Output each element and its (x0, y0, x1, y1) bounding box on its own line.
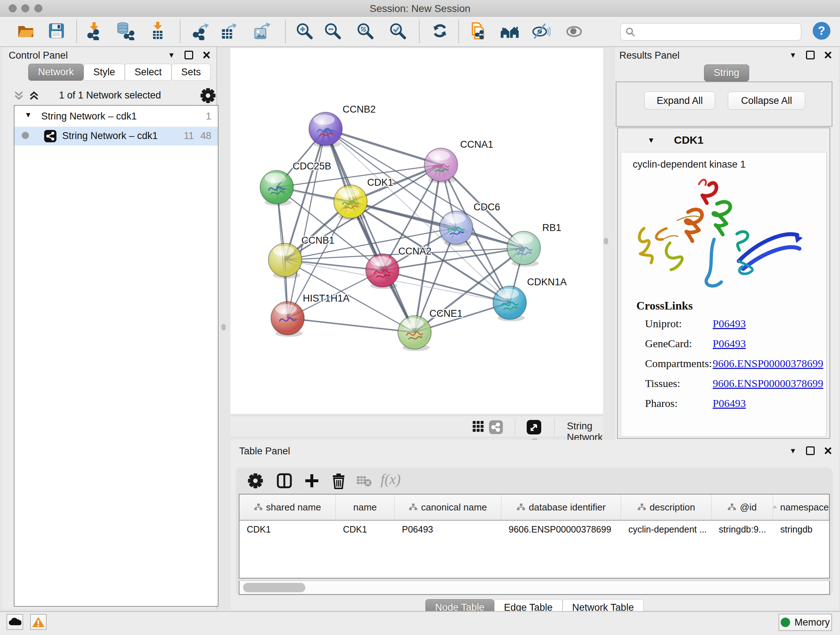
crosslink-row: Compartments:9606.ENSP00000378699 (621, 352, 826, 372)
zoom-fit-button[interactable] (355, 21, 374, 42)
crosslink-link[interactable]: 9606.ENSP00000378699 (713, 357, 823, 370)
results-panel-float-icon[interactable] (806, 51, 815, 59)
table-panel-menu-icon[interactable]: ▼ (789, 447, 797, 454)
node-CDC25B[interactable] (260, 171, 294, 206)
tab-string[interactable]: String (704, 65, 749, 81)
network-current-dot (22, 132, 29, 139)
warning-button[interactable] (30, 614, 47, 630)
node-layer (260, 112, 540, 351)
export-network-button[interactable] (191, 21, 211, 42)
svg-text:?: ? (818, 24, 825, 37)
cloud-button[interactable] (6, 614, 23, 630)
memory-button[interactable]: Memory (778, 614, 832, 631)
show-columns-icon[interactable] (276, 472, 293, 491)
save-session-button[interactable] (47, 21, 66, 42)
collection-label: String Network – cdk1 (41, 111, 137, 122)
tab-sets[interactable]: Sets (172, 64, 210, 81)
search-input[interactable] (639, 24, 798, 40)
add-column-icon[interactable] (303, 472, 321, 491)
tab-network[interactable]: Network (28, 64, 84, 81)
open-session-button[interactable] (16, 21, 35, 42)
network-tree: ▼ String Network – cdk1 1 String Network… (14, 105, 218, 607)
control-panel-close-icon[interactable]: × (202, 51, 210, 59)
results-panel-close-icon[interactable]: × (824, 51, 832, 59)
crosslink-link[interactable]: P06493 (713, 397, 746, 409)
open-in-window-icon[interactable] (526, 420, 542, 436)
control-panel-float-icon[interactable] (185, 51, 193, 59)
node-CDKN1A[interactable] (493, 286, 526, 321)
toolbar-separator (180, 20, 180, 43)
column-header-database-identifier[interactable]: database identifier (501, 494, 621, 520)
delete-table-icon (356, 474, 372, 489)
import-table-button[interactable] (148, 21, 167, 42)
results-panel: Results Panel ▼ × String Expand All Coll… (615, 47, 838, 443)
right-splitter-handle[interactable] (604, 238, 608, 244)
node-CCNA1[interactable] (424, 148, 458, 184)
edge-HIST1H1A-CCNE1 (287, 318, 415, 333)
crosslink-link[interactable]: P06493 (713, 337, 746, 350)
delete-column-icon[interactable] (331, 472, 347, 491)
protein-description: cyclin-dependent kinase 1 (633, 159, 745, 170)
column-header-namespace[interactable]: namespace (773, 494, 829, 520)
tab-select[interactable]: Select (125, 64, 172, 81)
export-table-button[interactable] (219, 21, 239, 42)
column-header-canonical-name[interactable]: canonical name (395, 494, 501, 520)
network-view-toolbar: String Network – cdk1 1 - 0 0 - 0 (231, 416, 603, 437)
tree-expand-icon[interactable]: ▼ (25, 111, 32, 119)
network-row-selected[interactable]: String Network – cdk1 11 48 (14, 127, 218, 146)
home-networks-button[interactable] (500, 21, 520, 42)
column-header-id[interactable]: @id (712, 494, 773, 520)
control-panel-menu-icon[interactable]: ▼ (168, 51, 175, 59)
table-panel-close-icon[interactable]: × (824, 447, 832, 455)
left-splitter-handle[interactable] (221, 324, 226, 331)
table-toolbar: f(x) (236, 468, 833, 494)
protein-structure-image (630, 174, 818, 297)
import-network-button[interactable] (85, 21, 103, 42)
show-hidden-button[interactable] (564, 21, 584, 42)
refresh-button[interactable] (431, 21, 449, 42)
column-header-description[interactable]: description (621, 494, 712, 520)
network-canvas[interactable]: CCNB2CCNA1CDC25BCDK1CDC6RB1CCNB1CCNA2CDK… (231, 48, 603, 414)
node-RB1[interactable] (507, 231, 540, 267)
node-HIST1H1A[interactable] (271, 302, 304, 337)
tab-style[interactable]: Style (84, 64, 125, 81)
table-hscrollbar-thumb[interactable] (243, 583, 305, 592)
network-node-count: 11 (184, 130, 194, 141)
birdseye-grid-icon[interactable] (472, 420, 486, 436)
zoom-selected-button[interactable] (388, 21, 407, 42)
node-CDK1[interactable] (334, 185, 367, 220)
node-CCNA2[interactable] (366, 254, 399, 289)
network-overview-icon[interactable] (489, 420, 503, 436)
node-label-CCNB1: CCNB1 (302, 235, 335, 246)
table-row[interactable]: CDK1CDK1P064939606.ENSP00000378699cyclin… (240, 521, 829, 539)
help-button[interactable]: ? (812, 21, 832, 42)
results-panel-menu-icon[interactable]: ▼ (789, 51, 797, 59)
search-field (621, 23, 801, 41)
crosslink-link[interactable]: 9606.ENSP00000378699 (713, 377, 823, 390)
network-options-gear-icon[interactable] (200, 88, 216, 105)
export-image-button[interactable] (252, 21, 272, 42)
table-gear-icon[interactable] (248, 473, 264, 490)
protein-collapse-icon[interactable]: ▼ (647, 136, 655, 144)
titlebar: Session: New Session (0, 0, 840, 17)
zoom-out-button[interactable] (323, 21, 342, 42)
node-table: shared namenamecanonical namedatabase id… (239, 494, 830, 578)
network-badge-icon (43, 129, 57, 143)
crosslink-label: Compartments: (645, 357, 712, 370)
zoom-in-button[interactable] (295, 21, 314, 42)
table-panel-float-icon[interactable] (806, 447, 815, 455)
copy-network-button[interactable] (469, 21, 487, 42)
column-header-name[interactable]: name (336, 494, 395, 520)
network-row-label: String Network – cdk1 (62, 130, 158, 141)
collapse-all-button[interactable]: Collapse All (728, 92, 805, 110)
hide-selected-button[interactable] (531, 21, 551, 42)
expand-all-button[interactable]: Expand All (644, 92, 715, 110)
bottom-status-bar: Memory (0, 611, 840, 635)
crosslink-link[interactable]: P06493 (713, 318, 746, 330)
column-header-shared-name[interactable]: shared name (240, 494, 336, 520)
network-collection-row[interactable]: ▼ String Network – cdk1 1 (14, 107, 218, 126)
import-network-from-database-button[interactable] (116, 21, 135, 42)
node-CCNE1[interactable] (398, 316, 431, 351)
crosslink-row: GeneCard:P06493 (621, 333, 826, 352)
node-CCNB1[interactable] (268, 243, 302, 279)
